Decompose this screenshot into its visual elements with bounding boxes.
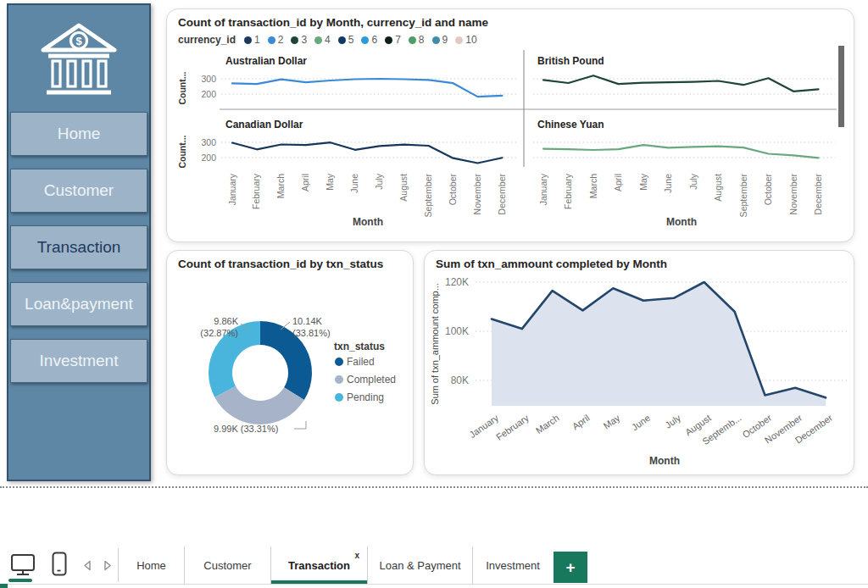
legend-item-label: 4 (325, 34, 331, 46)
legend-dot (335, 358, 343, 366)
tab-investment[interactable]: Investment (473, 546, 553, 584)
legend-item-8[interactable]: 8 (409, 34, 425, 46)
callout-leader (294, 421, 306, 429)
donut-slice-completed[interactable] (214, 386, 304, 424)
panel-title: Canadian Dollar (225, 119, 303, 130)
legend-item-completed[interactable]: Completed (347, 374, 396, 386)
x-tick-label: January (227, 173, 237, 205)
tab-label: Home (136, 559, 166, 572)
legend-item-9[interactable]: 9 (432, 34, 448, 46)
donut-legend-title: txn_status (334, 341, 385, 352)
legend-item-6[interactable]: 6 (361, 34, 377, 46)
legend-item-5[interactable]: 5 (338, 34, 354, 46)
sidebar-item-loan-payment[interactable]: Loan&payment (10, 282, 147, 326)
line-series-british-pound[interactable] (543, 75, 819, 92)
legend-item-label: 9 (442, 34, 448, 46)
desktop-view-active-indicator (8, 579, 32, 582)
x-tick-label: May (638, 173, 648, 191)
legend-item-pending[interactable]: Pending (347, 391, 384, 403)
legend-item-4[interactable]: 4 (314, 34, 331, 46)
legend-dot (361, 36, 369, 44)
x-tick-label: May (602, 413, 622, 431)
legend-item-2[interactable]: 2 (268, 34, 284, 46)
donut-chart: 10.14K(33.81%)9.86K(32.87%)9.99K (33.31%… (167, 276, 413, 474)
chart-scrollbar[interactable] (838, 46, 844, 127)
data-callout: 10.14K (292, 316, 323, 326)
add-page-button[interactable]: + (554, 552, 587, 583)
x-tick-label: April (300, 174, 310, 191)
x-tick-label: September (738, 174, 748, 218)
phone-view-icon[interactable] (52, 552, 67, 577)
tab-label: Transaction (288, 559, 350, 572)
chart-title: Count of transaction_id by Month, curren… (178, 16, 488, 29)
x-tick-label: June (349, 174, 359, 193)
sidebar-item-home[interactable]: Home (10, 112, 147, 156)
close-icon[interactable]: x (354, 551, 359, 560)
x-tick-label: April (613, 174, 623, 191)
data-callout: 9.86K (214, 316, 238, 326)
sidebar-item-customer[interactable]: Customer (10, 169, 147, 213)
x-tick-label: October (448, 174, 458, 206)
legend-item-label: 5 (348, 34, 354, 46)
desktop-view-icon[interactable] (10, 553, 36, 577)
legend-field-label: currency_id (178, 34, 236, 46)
panel-title: Chinese Yuan (537, 119, 604, 130)
x-tick-label: October (763, 174, 773, 206)
small-multiples-chart: 300200Count...300200Count...Australian D… (167, 50, 855, 241)
legend-item-failed[interactable]: Failed (347, 356, 375, 368)
x-tick-label: May (325, 173, 335, 191)
area-chart: 120K100K80KSum of txn_ammount comp...Jan… (425, 275, 854, 474)
y-tick-label: 120K (445, 276, 469, 288)
x-tick-label: December (497, 173, 507, 214)
y-axis-title: Count... (177, 71, 187, 104)
tab-transaction[interactable]: Transactionx (271, 546, 368, 584)
line-series-chinese-yuan[interactable] (543, 145, 819, 158)
x-tick-label: November (472, 173, 482, 214)
x-tick-label: September (423, 174, 433, 218)
forward-arrow-icon[interactable] (103, 559, 113, 572)
card-count-by-txn-status: Count of transaction_id by txn_status 10… (166, 250, 414, 475)
sidebar-nav: HomeCustomerTransactionLoan&paymentInves… (8, 112, 149, 383)
legend-item-label: 6 (371, 34, 377, 46)
sidebar-item-investment[interactable]: Investment (10, 339, 147, 383)
corner-accent-mark (0, 584, 8, 588)
legend-dot (244, 36, 252, 44)
y-tick-label: 200 (201, 89, 216, 99)
legend-dot (409, 36, 416, 44)
legend-item-10[interactable]: 10 (455, 34, 476, 46)
legend-dot (335, 393, 343, 402)
x-tick-label: December (813, 173, 823, 214)
tab-label: Investment (486, 559, 540, 572)
y-tick-label: 300 (201, 137, 216, 147)
area-fill (492, 282, 826, 406)
x-tick-label: February (494, 413, 531, 442)
legend-dot (432, 36, 440, 44)
x-tick-label: November (788, 173, 798, 214)
line-series-canadian-dollar[interactable] (232, 142, 502, 163)
chart-title: Count of transaction_id by txn_status (178, 258, 383, 270)
currency-legend-items: 12345678910 (244, 34, 485, 46)
legend-dot (291, 36, 298, 44)
x-tick-label: April (570, 413, 592, 431)
legend-item-label: 7 (395, 34, 401, 46)
tab-customer[interactable]: Customer (185, 546, 271, 584)
sidebar-item-transaction[interactable]: Transaction (10, 225, 147, 269)
sidebar: $ HomeCustomerTransactionLoan&paymentInv… (7, 3, 151, 481)
x-tick-label: July (663, 413, 682, 430)
data-callout: 9.99K (33.31%) (214, 424, 278, 434)
y-tick-label: 300 (201, 74, 216, 84)
x-axis-title: Month (353, 216, 383, 228)
legend-dot (385, 36, 392, 44)
page-tabs: HomeCustomerTransactionxLoan & PaymentIn… (119, 546, 553, 584)
legend-item-label: 8 (419, 34, 425, 46)
tab-home[interactable]: Home (119, 546, 185, 584)
legend-item-7[interactable]: 7 (385, 34, 401, 46)
y-axis-title: Count... (177, 135, 187, 168)
back-arrow-icon[interactable] (82, 559, 92, 572)
legend-item-label: 2 (278, 34, 284, 46)
legend-item-1[interactable]: 1 (244, 34, 260, 46)
tab-loan-payment[interactable]: Loan & Payment (368, 546, 473, 584)
currency-legend: currency_id 12345678910 (178, 34, 485, 46)
x-tick-label: March (275, 174, 286, 198)
legend-item-3[interactable]: 3 (291, 34, 307, 46)
